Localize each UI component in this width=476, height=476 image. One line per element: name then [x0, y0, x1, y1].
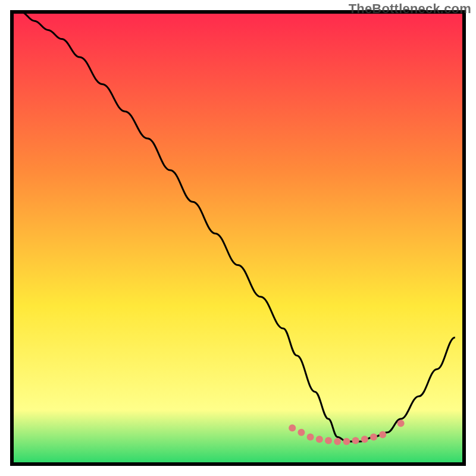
highlight-dot [361, 436, 368, 443]
highlight-dot [352, 437, 359, 444]
highlight-dot [316, 436, 323, 443]
chart-container: TheBottleneck.com [0, 0, 476, 476]
highlight-dot [379, 431, 386, 439]
highlight-dot [298, 429, 305, 436]
highlight-dot [334, 438, 341, 445]
highlight-dot [307, 433, 314, 440]
highlight-dot [397, 420, 405, 427]
bottleneck-chart [0, 0, 476, 476]
highlight-dot [289, 424, 296, 431]
highlight-dot [370, 433, 377, 440]
plot-background [12, 12, 464, 464]
highlight-dot [325, 437, 332, 444]
highlight-dot [343, 438, 350, 445]
